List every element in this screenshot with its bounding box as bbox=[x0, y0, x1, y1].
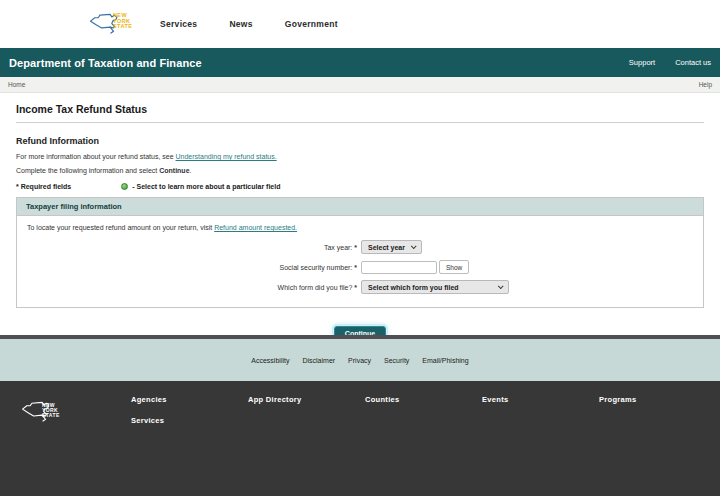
breadcrumb: Home Help bbox=[0, 77, 720, 93]
footer-col-3: Counties bbox=[346, 395, 463, 496]
breadcrumb-home-link[interactable]: Home bbox=[8, 81, 25, 88]
refund-information-heading: Refund Information bbox=[16, 136, 704, 146]
footer-col-5: Programs bbox=[580, 395, 697, 496]
tax-year-control: Select year bbox=[361, 240, 422, 254]
refund-amount-note: To locate your requested refund amount o… bbox=[27, 224, 693, 231]
footer-col-2: App Directory bbox=[229, 395, 346, 496]
support-link[interactable]: Support bbox=[629, 58, 655, 67]
form-filed-select[interactable]: Select which form you filed bbox=[361, 280, 509, 294]
ssn-control: Show bbox=[361, 260, 469, 274]
filing-box-header: Taxpayer filing information bbox=[17, 198, 703, 216]
logo-wordmark: NEW YORK STATE bbox=[42, 403, 60, 418]
tax-year-select[interactable]: Select year bbox=[361, 240, 422, 254]
tax-year-label: Tax year: * bbox=[27, 244, 357, 251]
email-phishing-link[interactable]: Email/Phishing bbox=[422, 357, 468, 364]
privacy-link[interactable]: Privacy bbox=[348, 357, 371, 364]
agency-links: Support Contact us bbox=[629, 58, 711, 67]
utility-header: NEW YORK STATE Services News Government bbox=[0, 0, 720, 48]
dark-footer: NEW YORK STATE Agencies Services App Dir… bbox=[0, 381, 720, 496]
help-link[interactable]: Help bbox=[699, 81, 712, 88]
legend-row: * Required fields - Select to learn more… bbox=[16, 183, 704, 190]
refund-amount-requested-link[interactable]: Refund amount requested. bbox=[214, 224, 297, 231]
filing-box-body: To locate your requested refund amount o… bbox=[17, 216, 703, 307]
required-fields-note: * Required fields bbox=[16, 183, 71, 190]
nav-services[interactable]: Services bbox=[160, 19, 197, 29]
programs-link[interactable]: Programs bbox=[599, 395, 697, 404]
required-asterisk: * bbox=[354, 264, 357, 271]
security-link[interactable]: Security bbox=[384, 357, 409, 364]
footer-col-4: Events bbox=[463, 395, 580, 496]
accessibility-link[interactable]: Accessibility bbox=[251, 357, 289, 364]
required-asterisk: * bbox=[354, 244, 357, 251]
show-ssn-button[interactable]: Show bbox=[439, 260, 469, 274]
footer-columns: Agencies Services App Directory Counties… bbox=[112, 395, 697, 496]
disclaimer-link[interactable]: Disclaimer bbox=[302, 357, 335, 364]
counties-link[interactable]: Counties bbox=[365, 395, 463, 404]
required-asterisk: * bbox=[354, 284, 357, 291]
logo-wordmark: NEW YORK STATE bbox=[113, 13, 132, 30]
learn-more-note: - Select to learn more about a particula… bbox=[132, 183, 280, 190]
main-content: Income Tax Refund Status Refund Informat… bbox=[0, 93, 720, 335]
agency-title: Department of Taxation and Finance bbox=[9, 57, 202, 69]
nys-logo[interactable]: NEW YORK STATE bbox=[88, 3, 140, 45]
ssn-input[interactable] bbox=[361, 261, 437, 274]
app-directory-link[interactable]: App Directory bbox=[248, 395, 346, 404]
continue-emphasis: Continue bbox=[159, 167, 189, 174]
services-link[interactable]: Services bbox=[131, 416, 229, 425]
agency-bar: Department of Taxation and Finance Suppo… bbox=[0, 48, 720, 77]
footer-col-1: Agencies Services bbox=[112, 395, 229, 496]
events-link[interactable]: Events bbox=[482, 395, 580, 404]
continue-row: Continue bbox=[16, 322, 704, 335]
chevron-down-icon bbox=[498, 283, 504, 289]
info-text: For more information about your refund s… bbox=[16, 153, 176, 160]
contact-us-link[interactable]: Contact us bbox=[675, 58, 711, 67]
taxpayer-filing-box: Taxpayer filing information To locate yo… bbox=[16, 197, 704, 308]
nys-logo-footer[interactable]: NEW YORK STATE bbox=[20, 395, 112, 445]
ssn-row: Social security number: * Show bbox=[27, 260, 693, 274]
ssn-label: Social security number: * bbox=[27, 264, 357, 271]
complete-paragraph: Complete the following information and s… bbox=[16, 167, 704, 174]
form-filed-control: Select which form you filed bbox=[361, 280, 509, 294]
complete-suffix: . bbox=[190, 167, 192, 174]
nav-government[interactable]: Government bbox=[285, 19, 338, 29]
continue-button[interactable]: Continue bbox=[334, 326, 386, 336]
agencies-link[interactable]: Agencies bbox=[131, 395, 229, 404]
legal-footer: Accessibility Disclaimer Privacy Securit… bbox=[0, 339, 720, 381]
learn-more-icon bbox=[121, 183, 128, 190]
tax-year-row: Tax year: * Select year bbox=[27, 240, 693, 254]
chevron-down-icon bbox=[411, 243, 417, 249]
nav-news[interactable]: News bbox=[229, 19, 252, 29]
page-title: Income Tax Refund Status bbox=[16, 103, 704, 123]
refund-amount-note-text: To locate your requested refund amount o… bbox=[27, 224, 214, 231]
info-paragraph: For more information about your refund s… bbox=[16, 153, 704, 160]
understanding-refund-status-link[interactable]: Understanding my refund status. bbox=[176, 153, 277, 160]
form-filed-row: Which form did you file? * Select which … bbox=[27, 280, 693, 294]
form-filed-label: Which form did you file? * bbox=[27, 284, 357, 291]
utility-nav: Services News Government bbox=[160, 19, 338, 29]
complete-text: Complete the following information and s… bbox=[16, 167, 159, 174]
